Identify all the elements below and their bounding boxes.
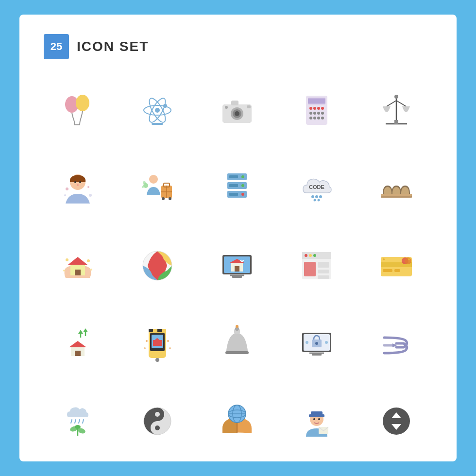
svg-line-146 — [75, 420, 76, 423]
svg-rect-9 — [152, 123, 163, 125]
svg-line-35 — [387, 101, 396, 106]
icon-real-estate-growth — [44, 312, 112, 375]
svg-line-147 — [79, 420, 80, 423]
svg-rect-102 — [383, 269, 392, 272]
svg-rect-119 — [149, 329, 153, 332]
svg-line-148 — [83, 420, 84, 423]
svg-line-36 — [396, 101, 406, 106]
svg-point-1 — [76, 95, 89, 111]
svg-rect-130 — [225, 351, 249, 354]
svg-rect-63 — [229, 175, 238, 178]
icon-yin-yang — [123, 390, 191, 453]
svg-rect-98 — [318, 270, 329, 273]
svg-point-126 — [146, 340, 148, 342]
svg-point-41 — [79, 181, 81, 183]
svg-rect-110 — [75, 351, 81, 356]
icon-online-booking — [283, 312, 351, 375]
svg-point-46 — [89, 194, 92, 197]
svg-point-53 — [169, 197, 171, 200]
icon-postman — [283, 390, 351, 453]
svg-point-25 — [309, 112, 312, 115]
svg-rect-76 — [75, 270, 81, 275]
page-title: ICON SET — [77, 39, 149, 54]
svg-rect-87 — [235, 266, 239, 272]
svg-rect-20 — [308, 99, 325, 103]
svg-point-42 — [77, 184, 79, 186]
svg-point-168 — [318, 418, 320, 420]
svg-marker-108 — [69, 341, 86, 347]
svg-point-37 — [394, 95, 398, 99]
icon-text-wrap — [362, 312, 430, 375]
svg-point-29 — [309, 117, 312, 119]
svg-point-68 — [315, 195, 318, 198]
svg-point-133 — [236, 325, 238, 328]
icon-hotel-bell — [203, 312, 271, 375]
svg-point-7 — [163, 104, 167, 108]
svg-point-77 — [66, 258, 68, 261]
svg-rect-122 — [162, 329, 166, 332]
icon-calculator — [283, 79, 351, 142]
svg-rect-121 — [157, 329, 162, 332]
icon-taxi-app — [123, 312, 191, 375]
svg-point-142 — [325, 341, 328, 344]
svg-point-55 — [143, 181, 146, 184]
svg-point-107 — [408, 258, 410, 260]
svg-rect-38 — [394, 120, 398, 124]
icon-smart-home-monitor — [203, 234, 271, 297]
svg-rect-96 — [304, 262, 316, 276]
svg-point-154 — [155, 412, 160, 417]
svg-point-40 — [74, 181, 76, 183]
icon-book-globe — [203, 390, 271, 453]
svg-rect-165 — [311, 411, 323, 416]
svg-point-23 — [317, 107, 320, 110]
svg-point-128 — [144, 347, 146, 349]
svg-point-70 — [314, 199, 316, 202]
header: 25 ICON SET — [44, 34, 432, 59]
svg-point-69 — [319, 195, 322, 198]
svg-point-14 — [235, 111, 239, 116]
svg-point-27 — [317, 112, 320, 115]
svg-rect-103 — [394, 269, 400, 272]
icon-scales — [362, 79, 430, 142]
svg-point-78 — [87, 259, 90, 262]
icon-plant-rain — [44, 390, 112, 453]
svg-point-127 — [167, 340, 169, 342]
svg-point-80 — [90, 269, 92, 271]
svg-point-24 — [321, 107, 324, 110]
icon-woman-avatar — [44, 156, 112, 220]
icon-set-card: 25 ICON SET — [19, 15, 457, 461]
svg-point-52 — [162, 197, 165, 200]
svg-point-47 — [149, 175, 158, 184]
icon-credit-card — [362, 234, 430, 297]
svg-marker-114 — [83, 328, 88, 332]
svg-point-118 — [155, 358, 159, 362]
svg-point-60 — [241, 175, 244, 178]
svg-point-141 — [306, 341, 308, 344]
svg-rect-99 — [318, 275, 329, 279]
icon-grid: CODE — [44, 79, 432, 453]
svg-rect-73 — [381, 194, 412, 196]
svg-point-17 — [225, 106, 228, 109]
svg-point-43 — [66, 187, 68, 190]
svg-point-45 — [64, 194, 66, 196]
svg-point-30 — [313, 117, 316, 119]
count-badge: 25 — [44, 34, 69, 59]
svg-point-95 — [313, 254, 316, 257]
svg-rect-15 — [231, 101, 238, 105]
svg-point-44 — [87, 186, 89, 188]
icon-balloons — [44, 79, 112, 142]
svg-point-155 — [155, 425, 160, 430]
svg-line-145 — [71, 420, 72, 423]
svg-point-106 — [383, 258, 385, 260]
svg-point-169 — [383, 408, 410, 435]
icon-server — [203, 156, 271, 220]
icon-atom — [123, 79, 191, 142]
svg-rect-64 — [229, 184, 238, 187]
svg-point-138 — [315, 342, 318, 345]
svg-rect-65 — [229, 193, 238, 196]
icon-camera — [203, 79, 271, 142]
svg-point-94 — [309, 254, 312, 257]
svg-point-31 — [317, 117, 320, 119]
svg-point-28 — [321, 112, 324, 115]
svg-point-93 — [305, 254, 307, 257]
